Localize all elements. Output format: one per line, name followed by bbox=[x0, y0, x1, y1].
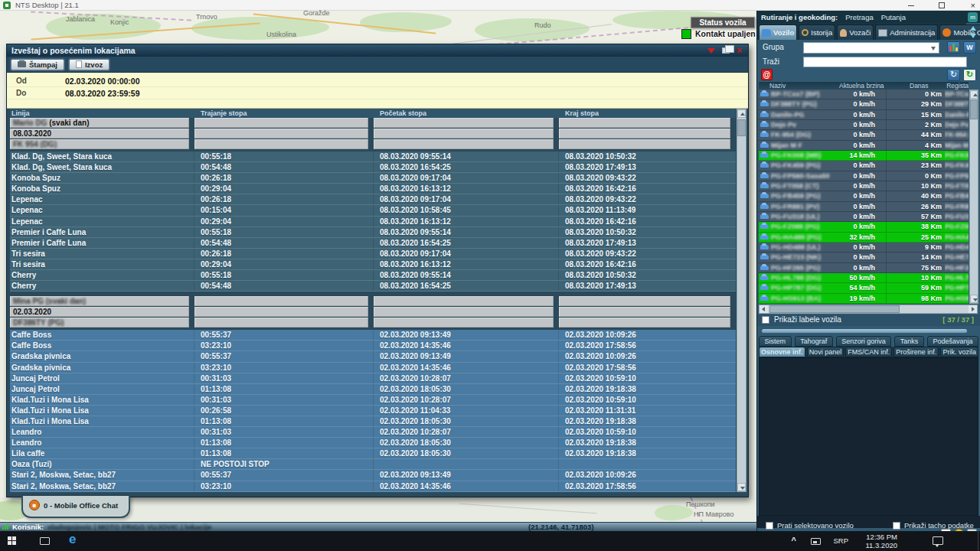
collapse-icon[interactable] bbox=[707, 48, 715, 54]
report-row[interactable]: Oaza (Tuzi)NE POSTOJI STOP bbox=[10, 459, 736, 470]
report-group-row[interactable]: 08.03.2020 bbox=[10, 129, 736, 139]
tab-tahograf[interactable]: Tahograf bbox=[795, 336, 833, 347]
vehicle-row[interactable]: Dejo Pv0 km/h2 KmDejo Pv bbox=[759, 120, 969, 130]
report-group-row[interactable]: DF386TY (PG) bbox=[10, 318, 736, 328]
at-icon[interactable]: @ bbox=[761, 69, 773, 80]
refresh-icon[interactable]: ↻ bbox=[947, 69, 960, 81]
vehicle-row[interactable]: Danilo-PG0 km/h15 KmDanilo-PG bbox=[759, 110, 969, 120]
map-top-strip[interactable] bbox=[0, 11, 756, 44]
tab-sistem[interactable]: Sistem bbox=[759, 336, 792, 347]
vehicle-row[interactable]: PG-HL788 (DG)50 km/h10 KmPG-HL788 (DG) bbox=[759, 273, 969, 283]
report-row[interactable]: Stari 2, Moskwa, Setac, bb2700:55:3702.0… bbox=[10, 470, 736, 481]
search-input[interactable] bbox=[803, 57, 967, 67]
start-button[interactable] bbox=[8, 536, 17, 546]
report-row[interactable]: Klad.Tuzi i Mona Lisa00:31:0302.03.2020 … bbox=[10, 395, 736, 406]
report-row[interactable]: Juncaj Petrol01:13:0802.03.2020 18:05:30… bbox=[10, 384, 736, 395]
vehicle-row[interactable]: PG-FK459 (PG)0 km/h23 KmPG-FK459 (PG) bbox=[759, 161, 969, 171]
report-row[interactable]: Gradska pivnica00:55:3702.03.2020 09:13:… bbox=[10, 351, 736, 362]
report-row[interactable]: Tri sesira00:26:1808.03.2020 09:17:0408.… bbox=[10, 249, 736, 259]
group-dropdown[interactable] bbox=[803, 42, 939, 54]
minimize-button[interactable] bbox=[908, 5, 914, 6]
detach-window-icon[interactable] bbox=[722, 47, 730, 54]
report-group-row[interactable]: FK 954 (DG) bbox=[10, 139, 736, 149]
report-row[interactable]: Leandro00:31:0302.03.2020 10:28:0702.03.… bbox=[10, 427, 736, 438]
map-right-sliver[interactable] bbox=[749, 44, 756, 522]
date-to-value[interactable]: 08.03.2020 23:59:59 bbox=[65, 89, 140, 98]
vehicle-row[interactable]: PG-FB459 (PG)0 km/h40 KmPG-FB459 (PG) bbox=[759, 191, 969, 201]
vehicle-list-hscrollbar[interactable] bbox=[759, 305, 978, 314]
report-row[interactable]: Cherry00:55:1808.03.2020 09:55:1408.03.2… bbox=[10, 270, 736, 281]
tacho-checkbox[interactable] bbox=[893, 522, 900, 530]
vehicle-row[interactable]: PG-FP560-Sasa500 km/h0 KmPG-FP560-Sasa50 bbox=[759, 171, 969, 181]
tab-administracija[interactable]: Administracija bbox=[875, 24, 938, 40]
column-header-pocetak[interactable]: Početak stopa bbox=[374, 109, 559, 118]
report-row[interactable]: Konoba Spuz00:29:0408.03.2020 16:13:1208… bbox=[10, 184, 736, 194]
vehicle-list-scrollbar[interactable] bbox=[969, 90, 978, 304]
vehicle-row[interactable]: PG-FR881 (PV)0 km/h26 KmPG-FR881 (PV) bbox=[759, 202, 969, 212]
vehicle-row[interactable]: PG-FK008 (MB)14 km/h35 KmPG-FK008 (MB) bbox=[759, 151, 969, 161]
report-row[interactable]: Lepenac00:15:0408.03.2020 10:58:4508.03.… bbox=[10, 205, 736, 216]
tab-osnovne-inf-[interactable]: Osnovne inf. bbox=[759, 347, 805, 357]
report-row[interactable]: Premier i Caffe Luna00:55:1808.03.2020 0… bbox=[10, 227, 736, 238]
vehicle-row[interactable]: PG-HF265 (PG)0 km/h75 KmPG-HF265 (PG) bbox=[759, 263, 969, 273]
scroll-left-arrow[interactable] bbox=[760, 305, 768, 313]
vehicle-row[interactable]: FK-954 (DG)0 km/h44 KmFK-954 (DG) bbox=[759, 130, 969, 140]
vehicle-row[interactable]: PG-HE723 (NK)0 km/h14 KmPG-HE723 (NK) bbox=[759, 253, 969, 262]
date-from-value[interactable]: 02.03.2020 00:00:00 bbox=[65, 77, 140, 86]
tab-pode-avanja[interactable]: Podešavanja bbox=[927, 336, 978, 347]
edge-browser-icon[interactable]: e bbox=[69, 532, 76, 547]
column-brzina[interactable]: Aktuelna brzina bbox=[839, 82, 887, 90]
scroll-down-arrow[interactable] bbox=[737, 483, 746, 491]
report-row[interactable]: Caffe Boss00:55:3702.03.2020 09:13:4902.… bbox=[10, 330, 736, 341]
group-map-icon[interactable] bbox=[947, 41, 960, 54]
vehicle-row[interactable]: PG-HS913 (BA)19 km/h98 KmPG-HS913 (BA) bbox=[759, 294, 969, 304]
report-row[interactable]: Premier i Caffe Luna00:54:4808.03.2020 1… bbox=[10, 238, 736, 249]
vehicle-row[interactable]: PG-FT058 (CT)0 km/h10 KmPG-FT058 (CT) bbox=[759, 181, 969, 191]
close-report-icon[interactable]: × bbox=[737, 47, 742, 54]
panel-menu-icon[interactable]: m bbox=[968, 12, 978, 22]
report-row[interactable]: Leandro01:13:0802.03.2020 18:05:3002.03.… bbox=[10, 438, 736, 448]
map-left-sliver[interactable] bbox=[0, 44, 6, 522]
scroll-down-arrow[interactable] bbox=[970, 295, 978, 303]
tray-chevron-icon[interactable]: ^ bbox=[792, 536, 796, 545]
report-group-row[interactable]: Mario DG (svaki dan) bbox=[10, 118, 736, 128]
tab-fms-can-inf-[interactable]: FMS/CAN inf. bbox=[845, 347, 892, 357]
tab-tanks[interactable]: Tanks bbox=[894, 336, 924, 347]
column-danas[interactable]: Danas bbox=[887, 82, 945, 90]
report-row[interactable]: Stari 2, Moskwa, Setac, bb2703:23:1002.0… bbox=[10, 481, 736, 492]
report-row[interactable]: Gradska pivnica03:23:1002.03.2020 14:35:… bbox=[10, 363, 736, 373]
language-indicator[interactable]: SRP bbox=[833, 536, 848, 545]
export-button[interactable]: Izvoz bbox=[69, 59, 109, 70]
tab-senzori-goriva[interactable]: Senzori goriva bbox=[836, 336, 892, 347]
web-icon[interactable]: W bbox=[963, 41, 976, 54]
report-vertical-scrollbar[interactable] bbox=[737, 109, 746, 492]
tab-prik-vozila[interactable]: Prik. vozila bbox=[940, 347, 978, 357]
report-group-row[interactable]: Mina PG (svaki dan) bbox=[10, 296, 736, 306]
clock[interactable]: 12:36 PM 11.3.2020 bbox=[865, 533, 897, 549]
chevron-up-icon[interactable] bbox=[970, 26, 976, 31]
menu-item-pretraga[interactable]: Pretraga bbox=[845, 13, 873, 21]
report-row[interactable]: Konoba Spuz00:26:1808.03.2020 09:17:0408… bbox=[10, 173, 736, 184]
column-header-linija[interactable]: Linija bbox=[10, 109, 194, 118]
mobile-office-chat-tab[interactable]: ■ 0 - Mobile Office Chat bbox=[21, 496, 130, 518]
scroll-thumb[interactable] bbox=[769, 305, 900, 313]
report-row[interactable]: Cherry00:54:4808.03.2020 16:54:2508.03.2… bbox=[10, 281, 736, 292]
column-header-kraj[interactable]: Kraj stopa bbox=[559, 109, 736, 118]
tab-istorija[interactable]: Istorija bbox=[799, 24, 835, 40]
print-button[interactable]: Štampaj bbox=[11, 59, 64, 70]
report-row[interactable]: Caffe Boss03:23:1002.03.2020 14:35:4602.… bbox=[10, 341, 736, 351]
close-button[interactable]: × bbox=[971, 0, 975, 11]
vehicle-row[interactable]: DF388TY (PG)0 km/h29 KmDF388TY (PG) bbox=[759, 99, 969, 109]
vehicle-row[interactable]: Mijan M F0 km/h4 KmMijan M F bbox=[759, 141, 969, 151]
report-row[interactable]: Lila caffe01:13:0802.03.2020 18:05:3002.… bbox=[10, 448, 736, 459]
recycle-icon[interactable]: ↻ bbox=[963, 69, 976, 81]
column-regista[interactable]: Regista bbox=[945, 82, 969, 90]
vehicle-row[interactable]: BP-TCxx7 (BP)0 km/h0 KmBP-TCxx7 (BP) bbox=[759, 90, 969, 99]
report-row[interactable]: Tri sesira00:29:0408.03.2020 16:13:1208.… bbox=[10, 259, 736, 270]
report-row[interactable]: Klad. Dg, Sweet, Stara kuca00:55:1808.03… bbox=[10, 152, 736, 162]
scroll-thumb[interactable] bbox=[737, 119, 746, 136]
vehicle-row[interactable]: PG-HP787 (DG)54 km/h59 KmPG-HP787 (DG) bbox=[759, 283, 969, 293]
report-titlebar[interactable]: Izveštaj o posećenim lokacijama × bbox=[7, 44, 748, 57]
task-view-button[interactable] bbox=[40, 537, 50, 545]
scroll-right-arrow[interactable] bbox=[969, 305, 977, 313]
